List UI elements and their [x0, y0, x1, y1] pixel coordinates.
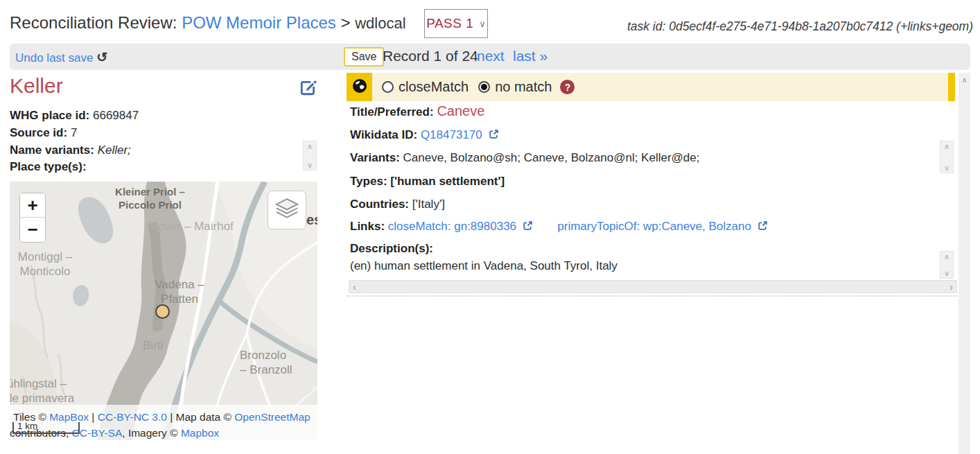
zoom-in-button[interactable]: +	[20, 193, 45, 218]
next-record-link[interactable]: next	[477, 48, 505, 64]
globe-icon	[352, 78, 367, 96]
task-id: task id: 0d5ecf4f-e275-4e71-94b8-1a207b0…	[627, 19, 973, 34]
help-icon[interactable]: ?	[560, 80, 575, 94]
map-layers-button[interactable]	[268, 191, 306, 229]
map-scale-label: 1 km	[17, 421, 37, 431]
layers-icon	[274, 198, 299, 222]
map-zoom-control: + −	[19, 193, 46, 243]
geometry-flag	[347, 73, 372, 101]
close-match-label: closeMatch	[399, 79, 469, 95]
external-link-icon[interactable]	[489, 129, 499, 143]
toolbar: Undo last save ↺ Save Record 1 of 24 nex…	[10, 44, 970, 70]
edit-place-button[interactable]	[299, 78, 318, 98]
match-bar-end-strip	[948, 73, 955, 101]
zoom-out-button[interactable]: −	[20, 218, 45, 242]
save-button[interactable]: Save	[344, 47, 384, 67]
breadcrumb-separator: >	[341, 13, 351, 32]
scroll-right-icon[interactable]: ›	[950, 281, 953, 293]
candidate-variants-scrollbar[interactable]: ∧ ∨	[940, 141, 954, 173]
candidate-countries-row: Countries: ['Italy']	[350, 198, 445, 211]
external-link-icon[interactable]	[523, 220, 533, 234]
license-link[interactable]: CC-BY-NC 3.0	[98, 411, 167, 423]
field-name-variants: Name variants: Keller;	[10, 143, 131, 157]
vertical-scrollbar[interactable]: ∧	[959, 73, 970, 454]
candidate-title-row: Title/Preferred: Caneve	[350, 103, 484, 119]
candidate-title: Caneve	[437, 103, 484, 119]
field-place-types: Place type(s):	[10, 160, 87, 174]
undo-label: Undo last save	[15, 51, 93, 64]
candidate-description: (en) human settlement in Vadena, South T…	[350, 259, 618, 273]
close-match-radio[interactable]	[382, 81, 394, 93]
candidate-links-row: Links: closeMatch: gn:8980336 primaryTop…	[350, 220, 768, 234]
scroll-up-icon[interactable]: ∧	[944, 141, 950, 151]
close-match-option[interactable]: closeMatch	[382, 79, 469, 95]
no-match-option[interactable]: no match	[478, 79, 552, 95]
map-label-clipped: es	[306, 212, 317, 228]
edit-pencil-icon	[299, 88, 317, 98]
scroll-up-icon[interactable]: ∧	[307, 141, 313, 151]
candidate-description-scrollbar[interactable]: ∧ ∨	[940, 251, 954, 279]
mapbox-imagery-link[interactable]: Mapbox	[181, 427, 219, 439]
scroll-up-icon[interactable]: ∧	[961, 76, 967, 454]
scroll-down-icon[interactable]: ∨	[944, 163, 950, 173]
scroll-down-icon[interactable]: ∨	[307, 160, 313, 170]
scroll-up-icon[interactable]: ∧	[944, 252, 950, 261]
page-title-text: Reconciliation Review:	[10, 13, 177, 32]
wikidata-link[interactable]: Q18473170	[421, 128, 482, 141]
map-scale-bar: 1 km	[12, 422, 80, 434]
place-title: Keller	[10, 74, 63, 98]
match-decision-bar: closeMatch no match ?	[347, 73, 948, 101]
no-match-radio[interactable]	[478, 81, 490, 93]
geonames-link[interactable]: closeMatch: gn:8980336	[388, 220, 516, 233]
chevron-down-icon: ∨	[479, 19, 486, 29]
field-whg-place-id: WHG place id: 6669847	[10, 109, 139, 123]
pass-selector[interactable]: PASS 1 ∨	[424, 9, 488, 38]
reconciliation-review-page: Reconciliation Review: POW Memoir Places…	[0, 0, 980, 454]
candidate-wikidata-row: Wikidata ID: Q18473170	[350, 128, 499, 143]
scroll-down-icon[interactable]: ∨	[944, 268, 950, 278]
scroll-left-icon[interactable]: ‹	[353, 281, 356, 293]
undo-icon: ↺	[96, 50, 107, 64]
map[interactable]: Kleiner Priol – Piccolo Priol Mover – Ma…	[10, 182, 317, 440]
last-record-link[interactable]: last »	[513, 48, 548, 64]
pass-label: PASS 1	[426, 16, 473, 31]
panel-bottom-divider	[347, 295, 957, 297]
external-link-icon[interactable]	[758, 220, 768, 234]
record-counter: Record 1 of 24	[383, 48, 478, 64]
collection-link[interactable]: POW Memoir Places	[182, 13, 336, 32]
candidate-types: ['human settlement']	[390, 175, 505, 188]
mapbox-link[interactable]: MapBox	[49, 411, 89, 423]
undo-last-save-link[interactable]: Undo last save ↺	[15, 49, 107, 65]
candidate-countries: ['Italy']	[412, 198, 445, 211]
osm-link[interactable]: OpenStreetMap	[234, 411, 310, 423]
wikipedia-link[interactable]: primaryTopicOf: wp:Caneve, Bolzano	[557, 220, 751, 233]
horizontal-scrollbar[interactable]: ‹ ›	[349, 280, 957, 293]
field-source-id: Source id: 7	[10, 126, 77, 140]
candidate-types-row: Types: ['human settlement']	[350, 175, 505, 189]
dataset-label: wdlocal	[355, 15, 405, 32]
candidate-variants-row: Variants: Caneve, Bolzano@sh; Caneve, Bo…	[350, 151, 699, 165]
page-title: Reconciliation Review: POW Memoir Places…	[10, 13, 406, 33]
variants-scrollbar[interactable]: ∧ ∨	[303, 141, 317, 171]
no-match-label: no match	[495, 79, 552, 95]
place-marker[interactable]	[155, 304, 170, 319]
candidate-descriptions-label: Description(s):	[350, 242, 433, 256]
candidate-variants: Caneve, Bolzano@sh; Caneve, Bolzano@nl; …	[403, 151, 700, 164]
